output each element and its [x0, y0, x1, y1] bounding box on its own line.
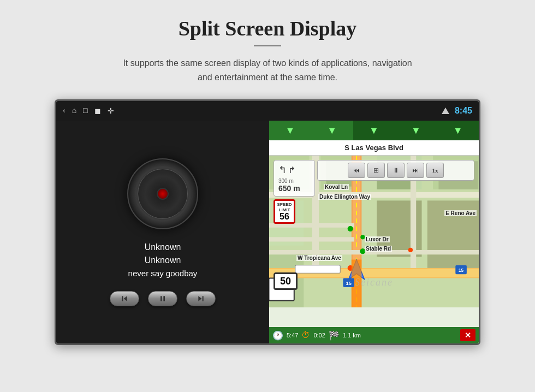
- svg-rect-2: [160, 296, 162, 301]
- nav-next-button[interactable]: ⏭: [407, 163, 424, 178]
- music-next-button[interactable]: [186, 291, 216, 306]
- window-icon[interactable]: □: [83, 106, 87, 115]
- nav-time2: 0:02: [313, 332, 325, 338]
- svg-text:15: 15: [459, 268, 464, 273]
- title-divider: [254, 45, 281, 46]
- nav-icon-clock: 🕐: [272, 330, 283, 341]
- svg-rect-1: [122, 296, 123, 301]
- album-art: [127, 158, 198, 229]
- track-info: Unknown Unknown never say goodbay: [128, 242, 198, 278]
- nav-playback-controls: ⏮ ⊞ ⏸ ⏭ 1x: [317, 160, 474, 181]
- nav-arrow-5: ▼: [437, 121, 479, 140]
- nav-arrow-1: ▼: [269, 121, 311, 140]
- page-subtitle: It supports the same screen display of t…: [115, 56, 420, 84]
- status-bar-right: 8:45: [442, 106, 472, 116]
- nav-direction-box: ↰ ↱ 300 m 650 m: [274, 160, 315, 197]
- nav-distance-label: 650 m: [278, 184, 310, 193]
- svg-point-29: [348, 226, 353, 231]
- image-icon[interactable]: ◼: [94, 106, 101, 116]
- nav-distance: 1.1 km: [343, 332, 361, 338]
- svg-rect-38: [295, 265, 340, 273]
- svg-marker-4: [198, 296, 201, 301]
- nav-time1: 5:47: [287, 332, 298, 338]
- nav-arrow-down-2: ▼: [327, 125, 337, 136]
- label-luxor-dr: Luxor Dr: [365, 236, 390, 242]
- nav-speed-box: 50: [274, 272, 298, 290]
- nav-arrow-down-5: ▼: [453, 125, 463, 136]
- nav-arrow-3: ▼: [353, 121, 395, 140]
- nav-direction-distance: 300 m: [278, 178, 310, 184]
- speed-limit-number: 56: [276, 212, 293, 221]
- nav-road-bar: S Las Vegas Blvd: [269, 140, 479, 156]
- nav-speed-number: 50: [280, 276, 291, 287]
- notification-icon: [442, 108, 449, 114]
- speed-limit-sign: SPEEDLIMIT 56: [274, 199, 295, 224]
- nav-pause-button[interactable]: ⏸: [387, 163, 405, 178]
- pause-icon: [158, 294, 167, 303]
- music-panel: Unknown Unknown never say goodbay: [56, 121, 269, 343]
- nav-prev-button[interactable]: ⏮: [348, 163, 365, 178]
- prev-icon: [120, 294, 129, 303]
- device-screen: ‹ ⌂ □ ◼ ✛ 8:45 Unknown Unknown: [55, 99, 480, 345]
- nav-arrow-down-1: ▼: [285, 125, 295, 136]
- svg-rect-25: [269, 237, 354, 241]
- music-prev-button[interactable]: [110, 291, 139, 306]
- nav-arrow-4: ▼: [395, 121, 437, 140]
- label-duke-ellington: Duke Ellington Way: [318, 194, 371, 200]
- nav-icon-checkered: 🏁: [329, 330, 340, 341]
- nav-map: 15 15 ↰ ↱ 300 m 650 m ⏮ ⊞: [269, 156, 479, 307]
- album-art-center: [157, 188, 169, 200]
- status-time: 8:45: [455, 106, 472, 116]
- nav-speed-button[interactable]: 1x: [426, 163, 444, 178]
- nav-chapters-button[interactable]: ⊞: [367, 163, 385, 178]
- label-w-tropicana: W Tropicana Ave: [296, 255, 342, 261]
- nav-arrow-2: ▼: [311, 121, 353, 140]
- svg-point-33: [408, 248, 413, 252]
- track-title: Unknown: [128, 242, 198, 252]
- music-pause-button[interactable]: [148, 291, 177, 306]
- nav-arrow-down-4: ▼: [411, 125, 421, 136]
- status-bar: ‹ ⌂ □ ◼ ✛ 8:45: [56, 101, 479, 121]
- svg-marker-0: [124, 296, 127, 301]
- page-title: Split Screen Display: [179, 16, 357, 40]
- home-icon[interactable]: ⌂: [72, 106, 76, 115]
- usb-icon[interactable]: ✛: [108, 106, 114, 116]
- nav-close-button[interactable]: ✕: [460, 329, 475, 341]
- watermark: Seicane: [355, 277, 393, 288]
- svg-rect-3: [163, 296, 165, 301]
- back-arrow-icon[interactable]: ‹: [63, 106, 66, 115]
- turn-right-icon: ↱: [288, 165, 295, 175]
- music-controls: [110, 291, 216, 306]
- label-e-reno-ave: E Reno Ave: [444, 210, 477, 216]
- nav-road-name: S Las Vegas Blvd: [344, 144, 403, 152]
- turn-left-icon: ↰: [278, 164, 287, 176]
- next-icon: [197, 294, 205, 303]
- nav-panel: ▼ ▼ ▼ ▼ ▼ S Las Vegas Blvd: [269, 121, 479, 343]
- status-bar-left: ‹ ⌂ □ ◼ ✛: [63, 106, 114, 116]
- nav-top-bar: ▼ ▼ ▼ ▼ ▼: [269, 121, 479, 140]
- svg-text:15: 15: [346, 281, 352, 286]
- speed-limit-label: SPEEDLIMIT: [276, 202, 293, 212]
- svg-rect-5: [203, 296, 204, 301]
- split-content: Unknown Unknown never say goodbay: [56, 121, 479, 343]
- label-koval-ln: Koval Ln: [324, 184, 349, 190]
- label-stable-rd: Stable Rd: [365, 246, 392, 252]
- track-song: never say goodbay: [128, 269, 198, 278]
- nav-bottom-bar: 🕐 5:47 ⏱ 0:02 🏁 1.1 km ✕: [269, 327, 479, 343]
- track-artist: Unknown: [128, 256, 198, 265]
- nav-arrow-down-3: ▼: [369, 125, 379, 136]
- nav-icon-timer: ⏱: [301, 330, 310, 340]
